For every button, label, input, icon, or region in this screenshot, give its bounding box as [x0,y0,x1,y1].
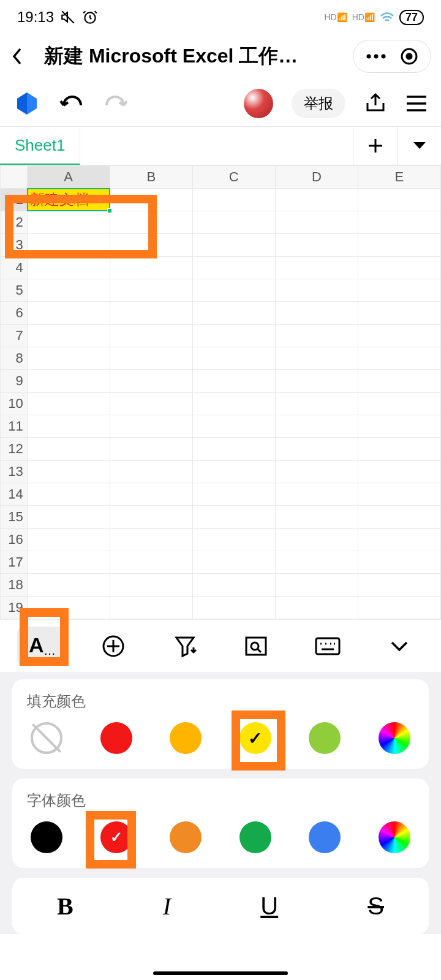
cell[interactable] [275,415,358,438]
cell[interactable] [27,506,110,529]
menu-icon[interactable] [405,94,428,113]
col-header[interactable]: A [27,166,110,189]
cell[interactable] [110,529,192,551]
redo-button[interactable] [103,92,129,115]
cell[interactable] [27,370,110,393]
cell[interactable] [27,597,110,619]
cell[interactable] [275,393,358,415]
cell[interactable] [275,325,358,347]
format-button[interactable]: A… [17,627,66,666]
fill-green-swatch[interactable] [309,722,341,754]
cell[interactable] [192,597,275,619]
cell[interactable] [110,461,192,483]
cell[interactable] [192,189,275,211]
font-custom-swatch[interactable] [379,821,410,853]
cell[interactable] [358,461,440,483]
cell[interactable] [192,551,275,574]
avatar[interactable] [244,89,273,118]
row-header[interactable]: 16 [1,529,28,551]
cell[interactable] [192,347,275,370]
cell[interactable] [110,347,192,370]
cell[interactable] [275,279,358,302]
row-header[interactable]: 8 [1,347,28,370]
cell[interactable] [192,574,275,597]
cell[interactable] [275,483,358,506]
row-header[interactable]: 14 [1,483,28,506]
cell[interactable] [358,211,440,234]
cell[interactable] [110,415,192,438]
cell[interactable] [27,234,110,257]
undo-button[interactable] [59,92,85,115]
cell[interactable] [275,370,358,393]
cell[interactable] [192,483,275,506]
font-orange-swatch[interactable] [170,821,202,853]
font-black-swatch[interactable] [31,821,62,853]
cell[interactable] [358,529,440,551]
fill-none-swatch[interactable] [31,722,62,754]
cell[interactable] [192,393,275,415]
cell[interactable] [358,415,440,438]
insert-button[interactable] [89,627,138,666]
cell[interactable] [358,574,440,597]
cell[interactable] [192,325,275,347]
cell[interactable] [275,234,358,257]
cell[interactable] [192,529,275,551]
col-header[interactable]: D [275,166,358,189]
sheet-tab-active[interactable]: Sheet1 [0,127,80,165]
cell[interactable] [358,189,440,211]
cell[interactable] [275,189,358,211]
row-header[interactable]: 5 [1,279,28,302]
more-icon[interactable] [366,53,386,59]
row-header[interactable]: 7 [1,325,28,347]
cell[interactable] [275,506,358,529]
cell[interactable] [358,325,440,347]
cell[interactable] [27,393,110,415]
cell[interactable] [27,574,110,597]
report-button[interactable]: 举报 [292,89,345,118]
col-header[interactable]: C [192,166,275,189]
filter-button[interactable] [160,627,209,666]
find-button[interactable] [232,627,281,666]
cell[interactable] [192,461,275,483]
cell[interactable] [275,574,358,597]
row-header[interactable]: 11 [1,415,28,438]
fill-orange-swatch[interactable] [170,722,202,754]
back-button[interactable] [10,47,37,66]
fill-yellow-swatch[interactable]: ✓ [239,722,271,754]
cell[interactable] [110,211,192,234]
row-header[interactable]: 2 [1,211,28,234]
font-green-swatch[interactable] [239,821,271,853]
row-header[interactable]: 1 [1,189,28,211]
cell[interactable] [110,483,192,506]
row-header[interactable]: 9 [1,370,28,393]
cell[interactable] [275,461,358,483]
cell[interactable] [358,506,440,529]
cell[interactable] [275,529,358,551]
cell[interactable] [27,302,110,325]
cell[interactable] [110,279,192,302]
row-header[interactable]: 15 [1,506,28,529]
cell[interactable] [110,551,192,574]
row-header[interactable]: 3 [1,234,28,257]
cell-a1[interactable]: 新建文档 [27,189,110,211]
cell[interactable] [358,257,440,279]
row-header[interactable]: 6 [1,302,28,325]
cell[interactable] [358,302,440,325]
cell[interactable] [192,506,275,529]
col-header[interactable]: E [358,166,440,189]
app-icon[interactable] [13,90,40,117]
cell[interactable] [110,393,192,415]
cell[interactable] [110,370,192,393]
fill-red-swatch[interactable] [100,722,132,754]
cell[interactable] [27,325,110,347]
fill-custom-swatch[interactable] [379,722,410,754]
row-header[interactable]: 19 [1,597,28,619]
cell[interactable] [192,211,275,234]
cell[interactable] [358,370,440,393]
row-header[interactable]: 12 [1,438,28,461]
bold-button[interactable]: B [57,892,74,921]
font-red-swatch[interactable]: ✓ [100,821,132,853]
row-header[interactable]: 13 [1,461,28,483]
keyboard-button[interactable] [303,627,352,666]
cell[interactable] [275,257,358,279]
